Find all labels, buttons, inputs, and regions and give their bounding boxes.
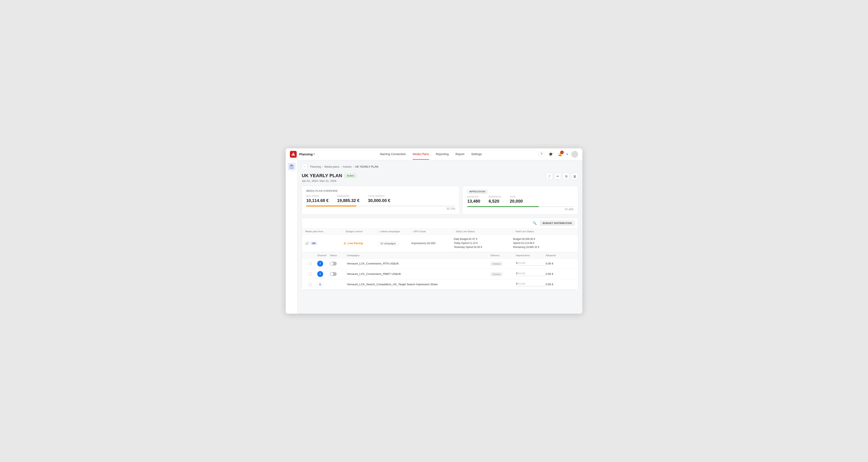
- campaign-row-3: G - Vervaunt_LCK_Search_Competitors_UK_T…: [302, 279, 578, 290]
- delivery-badge-1: Deleted: [491, 262, 516, 266]
- app-logo[interactable]: [290, 151, 297, 158]
- overview-metrics-row: ADS SPEND 10,114.68 € REMAINING 19,885.3…: [306, 195, 455, 203]
- help-icon[interactable]: ?: [538, 151, 545, 157]
- sidebar: [286, 160, 298, 314]
- campaign-checkbox-2[interactable]: [309, 273, 312, 276]
- share-button[interactable]: ⤴: [546, 173, 553, 180]
- imp-nums-1: 0/20,000: [516, 261, 546, 265]
- graduation-icon[interactable]: 🎓: [548, 151, 554, 157]
- top-nav: Planning ▾ Naming Convention Media Plans…: [286, 148, 582, 160]
- metric-imp-remaining: REMAINING 6,520: [489, 195, 501, 204]
- campaigns-badge-cell: 10 campaigns: [377, 241, 411, 245]
- app-window: Planning ▾ Naming Convention Media Plans…: [286, 148, 582, 314]
- sub-table: Channel Status Campaigns Delivery Impres…: [302, 252, 578, 290]
- toggle-switch-1[interactable]: [330, 262, 337, 266]
- breadcrumb-planning[interactable]: Planning: [310, 165, 321, 168]
- plan-actions: ⤴ ✏ ⧉ 🗑: [546, 173, 578, 180]
- nav-naming-convention[interactable]: Naming Convention: [380, 152, 406, 156]
- today-spend: Today Spend:11.23 €: [454, 241, 513, 245]
- nav-report[interactable]: Report: [456, 152, 464, 156]
- copy-button[interactable]: ⧉: [563, 173, 569, 180]
- nav-links: Naming Convention Media Plans Reporting …: [323, 152, 538, 156]
- metric-achieved: ACHIEVED 13,480: [467, 195, 480, 204]
- delete-button[interactable]: 🗑: [571, 173, 578, 180]
- planning-chevron: ▾: [313, 153, 315, 156]
- col-daily-line-status: Daily Line Status: [454, 230, 513, 233]
- line-checkbox[interactable]: [305, 242, 309, 245]
- goal-label: GOAL: [510, 195, 523, 198]
- user-avatar[interactable]: [571, 151, 578, 158]
- total-spend: Spend:10,114.68 €: [513, 241, 560, 245]
- plan-title: UK YEARLY PLAN: [302, 173, 342, 179]
- deleted-badge-2: Deleted: [491, 272, 502, 276]
- impression-cell-1: 0/20,000: [516, 261, 546, 266]
- toggle-1[interactable]: [330, 262, 347, 266]
- bell-icon[interactable]: 🔔 8: [557, 151, 563, 157]
- impression-cell-2: 0/20,000: [516, 272, 546, 276]
- nav-media-plans[interactable]: Media Plans: [412, 152, 429, 160]
- sub-col-checkbox: [309, 254, 317, 257]
- daily-status-cell: Daily Budget:81.97 € Today Spend:11.23 €…: [454, 237, 513, 249]
- warning-icon: ⚠: [343, 242, 346, 245]
- imp-bar-1: [516, 265, 546, 266]
- col-media-plan-lines: Media plan lines: [305, 230, 343, 233]
- toggle-2[interactable]: [330, 272, 347, 276]
- breadcrumb-sep-1: ›: [322, 165, 323, 168]
- achieved-label: ACHIEVED: [467, 195, 480, 198]
- imp-remaining-label: REMAINING: [489, 195, 501, 198]
- edit-button[interactable]: ✏: [554, 173, 561, 180]
- col-total-line-status: Total Line Status: [513, 230, 560, 233]
- col-budget-control: Budget control: [343, 230, 377, 233]
- nav-settings[interactable]: Settings: [471, 152, 482, 156]
- back-button[interactable]: ←: [302, 164, 308, 170]
- achieved-value: 13,480: [467, 199, 480, 204]
- campaign-name-1: Vervaunt_LCK_Conversions_RTN US&UK: [347, 262, 491, 265]
- breadcrumb-sep-2: ›: [341, 165, 341, 168]
- main-layout: ← Planning › Media plans › Actives › UK …: [286, 160, 582, 314]
- status-dash-val-3: -: [330, 283, 331, 286]
- line-name-cell: UK: [305, 242, 343, 245]
- budget-distribution-button[interactable]: BUDGET DISTRIBUTION: [540, 221, 575, 226]
- bell-badge: 8: [560, 151, 564, 154]
- delivery-dash-val-3: -: [491, 283, 491, 286]
- metric-ads-spend: ADS SPEND 10,114.68 €: [306, 195, 329, 203]
- daily-budget: Daily Budget:81.97 €: [454, 237, 513, 241]
- goal-value: 20,000: [510, 199, 523, 204]
- breadcrumb-media-plans[interactable]: Media plans: [324, 165, 339, 168]
- ads-spend-value: 10,114.68 €: [306, 198, 329, 203]
- impressions-progress-fill: [467, 206, 539, 207]
- metric-goal: GOAL 20,000: [510, 195, 523, 204]
- plan-date: Jan 01, 2024 / Dec 31, 2024: [302, 179, 356, 182]
- budget-progress-fill: [306, 206, 356, 207]
- media-plan-line-row: UK ⚠ Low Pacing 10 campaigns Impressions…: [302, 235, 578, 252]
- kpi-goal-cell: Impressions:20,000: [411, 242, 454, 245]
- toggle-switch-2[interactable]: [330, 272, 337, 276]
- impressions-badge: IMPRESSIONS: [467, 190, 488, 193]
- impressions-metrics-row: ACHIEVED 13,480 REMAINING 6,520 GOAL 20,…: [467, 195, 574, 204]
- search-icon-button[interactable]: 🔍: [532, 220, 538, 226]
- table-header: Media plan lines Budget control Linked c…: [302, 228, 578, 235]
- campaign-checkbox-3[interactable]: [309, 283, 312, 286]
- plan-header: UK YEARLY PLAN Active Jan 01, 2024 / Dec…: [302, 173, 578, 182]
- imp-nums-2: 0/20,000: [516, 272, 546, 275]
- sub-col-delivery: Delivery: [491, 254, 516, 257]
- plan-title-row: UK YEARLY PLAN Active: [302, 173, 356, 179]
- nav-right: ? 🎓 🔔 8 ▾: [538, 151, 578, 158]
- breadcrumb-actives[interactable]: Actives: [343, 165, 351, 168]
- adspend-1: 0.00 €: [546, 262, 571, 265]
- campaign-checkbox-1[interactable]: [309, 262, 312, 265]
- nav-reporting[interactable]: Reporting: [436, 152, 449, 156]
- ads-spend-label: ADS SPEND: [306, 195, 329, 197]
- table-section: 🔍 BUDGET DISTRIBUTION Media plan lines B…: [302, 218, 578, 290]
- sub-col-impressions: Impressions: [516, 254, 546, 257]
- planning-menu[interactable]: Planning ▾: [299, 152, 315, 156]
- imp-nums-3: 0/20,000: [516, 282, 546, 285]
- adspend-2: 0.00 €: [546, 272, 571, 276]
- nav-chevron-down[interactable]: ▾: [566, 153, 568, 156]
- campaigns-badge[interactable]: 10 campaigns: [377, 241, 399, 246]
- imp-bar-2: [516, 276, 546, 276]
- col-linked-campaigns: Linked campaigns: [377, 230, 411, 233]
- sidebar-clipboard-icon[interactable]: [288, 163, 296, 171]
- uk-tag[interactable]: UK: [310, 242, 317, 245]
- remaining-label: REMAINING: [337, 195, 360, 197]
